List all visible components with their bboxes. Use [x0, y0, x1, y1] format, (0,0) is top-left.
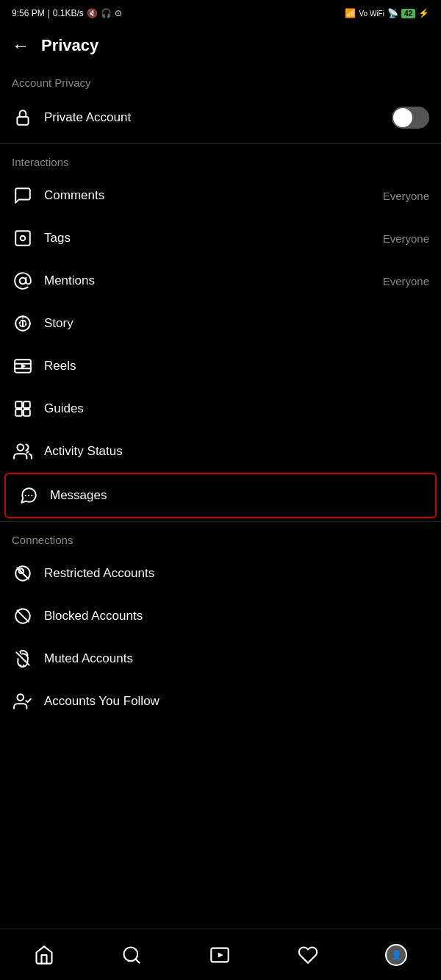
- svg-rect-1: [15, 231, 30, 246]
- divider-2: [0, 521, 441, 522]
- tags-row[interactable]: Tags Everyone: [0, 217, 441, 260]
- private-account-label: Private Account: [44, 110, 392, 125]
- back-button[interactable]: ←: [12, 35, 29, 56]
- muted-accounts-row[interactable]: Muted Accounts: [0, 637, 441, 680]
- comments-label: Comments: [44, 188, 383, 203]
- comments-value: Everyone: [383, 190, 429, 202]
- status-data: |: [48, 8, 50, 18]
- reels-label: Reels: [44, 359, 429, 373]
- main-content: Account Privacy Private Account Interact…: [0, 68, 441, 782]
- status-data-speed: 0.1KB/s: [53, 8, 84, 18]
- svg-rect-12: [15, 401, 22, 408]
- svg-marker-9: [21, 364, 26, 369]
- nav-profile[interactable]: 👤: [378, 937, 415, 973]
- wifi-icon: 📡: [387, 8, 398, 18]
- muted-accounts-label: Muted Accounts: [44, 651, 429, 666]
- guides-icon: [12, 399, 34, 418]
- messages-label: Messages: [50, 488, 423, 503]
- divider-1: [0, 143, 441, 144]
- activity-status-label: Activity Status: [44, 444, 429, 459]
- section-account-privacy-label: Account Privacy: [0, 68, 441, 95]
- messages-row[interactable]: Messages: [4, 473, 437, 518]
- svg-point-24: [17, 694, 24, 701]
- comments-icon: [12, 186, 34, 205]
- blocked-accounts-label: Blocked Accounts: [44, 609, 429, 623]
- blocked-accounts-row[interactable]: Blocked Accounts: [0, 595, 441, 637]
- vo-wifi-label: Vo WiFi: [359, 10, 384, 18]
- signal-icon: 📶: [345, 8, 356, 18]
- svg-rect-14: [15, 409, 22, 416]
- tags-icon: [12, 229, 34, 248]
- accounts-you-follow-row[interactable]: Accounts You Follow: [0, 680, 441, 723]
- page-title: Privacy: [41, 36, 98, 55]
- home-icon: [34, 945, 54, 965]
- mentions-row[interactable]: Mentions Everyone: [0, 260, 441, 302]
- accounts-you-follow-label: Accounts You Follow: [44, 694, 429, 709]
- svg-rect-0: [17, 117, 28, 125]
- lock-icon: [12, 108, 34, 127]
- guides-row[interactable]: Guides: [0, 387, 441, 430]
- svg-line-26: [136, 959, 140, 962]
- mentions-value: Everyone: [383, 275, 429, 287]
- blocked-icon: [12, 607, 34, 626]
- reels-row[interactable]: Reels: [0, 345, 441, 387]
- section-interactions-label: Interactions: [0, 147, 441, 174]
- svg-point-3: [20, 278, 26, 285]
- nav-heart[interactable]: [290, 937, 326, 973]
- charging-icon: ⚡: [418, 8, 429, 18]
- private-account-row[interactable]: Private Account: [0, 95, 441, 140]
- bottom-nav: 👤: [0, 929, 441, 980]
- status-bar: 9:56 PM | 0.1KB/s 🔇 🎧 ⊙ 📶 Vo WiFi 📡 42 ⚡: [0, 0, 441, 26]
- search-icon: [121, 945, 142, 965]
- comments-row[interactable]: Comments Everyone: [0, 174, 441, 217]
- nav-search[interactable]: [114, 937, 149, 973]
- svg-line-22: [17, 610, 28, 621]
- tags-value: Everyone: [383, 232, 429, 245]
- activity-status-icon: [12, 442, 34, 461]
- svg-rect-15: [24, 409, 30, 416]
- svg-point-16: [17, 444, 24, 451]
- heart-icon: [298, 945, 318, 965]
- story-row[interactable]: Story: [0, 302, 441, 345]
- status-time: 9:56 PM: [12, 8, 45, 18]
- messages-icon: [18, 486, 40, 505]
- status-right: 📶 Vo WiFi 📡 42 ⚡: [345, 8, 429, 18]
- follow-icon: [12, 692, 34, 711]
- restricted-accounts-row[interactable]: Restricted Accounts: [0, 552, 441, 595]
- profile-avatar: 👤: [385, 944, 407, 966]
- section-connections-label: Connections: [0, 525, 441, 552]
- page-header: ← Privacy: [0, 26, 441, 68]
- status-left: 9:56 PM | 0.1KB/s 🔇 🎧 ⊙: [12, 8, 122, 18]
- nav-home[interactable]: [26, 937, 62, 973]
- story-label: Story: [44, 316, 429, 331]
- muted-icon: [12, 649, 34, 668]
- svg-rect-13: [24, 401, 30, 408]
- activity-status-row[interactable]: Activity Status: [0, 430, 441, 473]
- restricted-icon: [12, 564, 34, 583]
- guides-label: Guides: [44, 401, 429, 416]
- battery-icon: 42: [401, 9, 415, 18]
- svg-point-2: [21, 236, 26, 241]
- restricted-accounts-label: Restricted Accounts: [44, 566, 429, 581]
- reels-nav-icon: [209, 945, 230, 965]
- mentions-label: Mentions: [44, 273, 383, 288]
- tags-label: Tags: [44, 231, 383, 246]
- svg-marker-28: [218, 952, 223, 957]
- nav-reels[interactable]: [202, 937, 237, 973]
- mentions-icon: [12, 271, 34, 290]
- private-account-toggle[interactable]: [392, 107, 429, 129]
- story-icon: [12, 314, 34, 333]
- reels-icon: [12, 357, 34, 376]
